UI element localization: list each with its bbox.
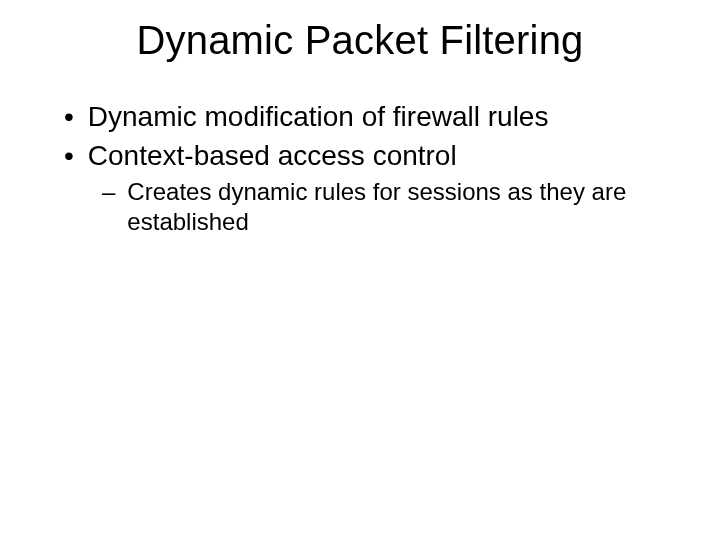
bullet-item: • Context-based access control	[64, 138, 672, 173]
bullet-text: Context-based access control	[88, 138, 672, 173]
sub-bullet-item: – Creates dynamic rules for sessions as …	[102, 177, 672, 237]
bullet-text: Dynamic modification of firewall rules	[88, 99, 672, 134]
slide-container: Dynamic Packet Filtering • Dynamic modif…	[0, 0, 720, 540]
sub-bullet-text: Creates dynamic rules for sessions as th…	[127, 177, 672, 237]
slide-title: Dynamic Packet Filtering	[48, 18, 672, 63]
bullet-item: • Dynamic modification of firewall rules	[64, 99, 672, 134]
bullet-marker: •	[64, 138, 74, 173]
slide-content: • Dynamic modification of firewall rules…	[48, 99, 672, 237]
bullet-marker: •	[64, 99, 74, 134]
sub-bullet-marker: –	[102, 177, 115, 207]
